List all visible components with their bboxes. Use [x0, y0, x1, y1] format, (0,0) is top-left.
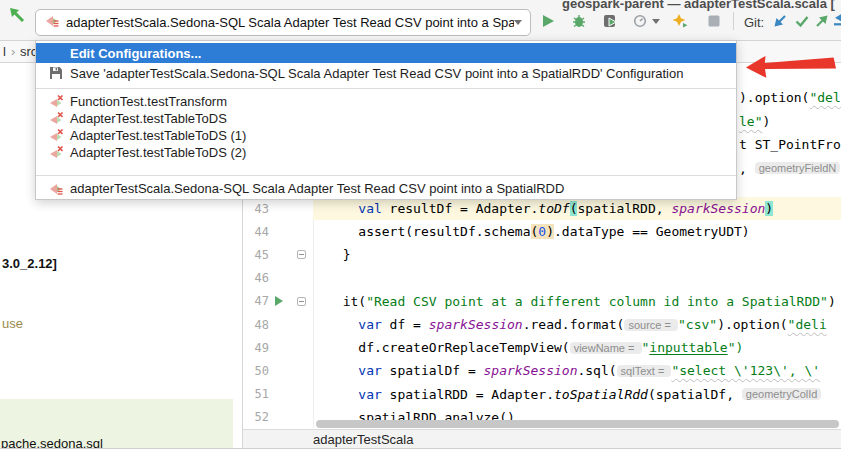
profiler-button[interactable] — [632, 13, 648, 29]
project-tree-selected-row[interactable]: pache.sedona.sql — [0, 399, 233, 449]
git-label: Git: — [744, 15, 764, 30]
code-line[interactable]: 47 it("Read CSV point at a different col… — [243, 290, 841, 313]
line-number: 51 — [243, 387, 269, 401]
code-token: df.createOrReplaceTempView( — [327, 340, 570, 355]
code-token: " — [642, 340, 650, 355]
menu-item-label: AdapterTest.testTableToDS (2) — [70, 145, 246, 160]
window-title: geospark-parent — adapterTestScala.scala… — [562, 0, 835, 11]
code-line[interactable]: 46 — [243, 267, 841, 290]
code-token: ) — [765, 201, 773, 216]
parameter-hint: geometryFieldN — [755, 162, 841, 174]
menu-separator — [36, 175, 736, 176]
save-icon — [48, 65, 64, 81]
annotation-arrow-icon — [746, 51, 837, 84]
code-token — [327, 317, 358, 332]
code-token — [327, 363, 358, 378]
stop-button[interactable] — [706, 13, 722, 29]
failed-test-icon — [48, 111, 64, 127]
code-token: var — [358, 363, 381, 378]
code-fragment: le") — [739, 110, 770, 132]
run-test-gutter-icon[interactable] — [275, 296, 283, 306]
code-token: .read.format( — [523, 317, 625, 332]
code-line[interactable]: 49 df.createOrReplaceTempView(viewName =… — [243, 336, 841, 359]
breadcrumb-adaptertestscala[interactable]: adapterTestScala — [313, 432, 413, 447]
status-bar-divider — [0, 448, 841, 449]
code-token: "Read CSV point at a different column id… — [366, 294, 828, 309]
back-arrow-icon[interactable] — [7, 5, 27, 29]
code-token: ( — [531, 224, 539, 239]
ide-window: geospark-parent — adapterTestScala.scala… — [0, 0, 841, 452]
code-token: .sql( — [577, 363, 616, 378]
run-configuration-select[interactable]: adapterTestScala.Sedona-SQL Scala Adapte… — [35, 9, 531, 36]
code-token — [327, 201, 358, 216]
menu-item-label: Save 'adapterTestScala.Sedona-SQL Scala … — [70, 66, 683, 81]
menu-item[interactable]: Edit Configurations... — [36, 43, 736, 63]
editor-breadcrumbs-bar: adapterTestScala — [243, 429, 841, 448]
profiler-star-button[interactable] — [672, 13, 688, 29]
code-text: it("Read CSV point at a different column… — [313, 290, 841, 313]
code-token: it( — [327, 294, 366, 309]
breadcrumb[interactable]: l — [3, 44, 6, 59]
code-fragment: , geometryFieldN — [739, 157, 840, 179]
line-number: 45 — [243, 248, 269, 262]
project-tree-item-use[interactable]: use — [2, 316, 23, 331]
code-text — [313, 267, 841, 290]
menu-item[interactable]: FunctionTest.testTransform — [36, 93, 736, 110]
code-token — [327, 387, 358, 402]
parameter-hint: geometryColId — [742, 388, 822, 400]
git-commit-button[interactable] — [794, 13, 810, 29]
menu-item[interactable]: Save 'adapterTestScala.Sedona-SQL Scala … — [36, 63, 736, 83]
code-lines: 43 val resultDf = Adapter.toDf(spatialRD… — [243, 197, 841, 429]
code-line[interactable]: 50 var spatialDf = sparkSession.sql(sqlT… — [243, 359, 841, 382]
code-line[interactable]: 45 } — [243, 243, 841, 266]
run-button[interactable] — [540, 13, 556, 29]
code-text: assert(resultDf.schema(0).dataType == Ge… — [313, 220, 841, 243]
project-tree-item-module[interactable]: 3.0_2.12] — [2, 256, 57, 271]
code-token: assert(resultDf.schema — [327, 224, 531, 239]
git-compare-button[interactable] — [833, 13, 841, 29]
menu-item-label: AdapterTest.testTableToDS — [70, 111, 227, 126]
code-line[interactable]: 43 val resultDf = Adapter.toDf(spatialRD… — [243, 197, 841, 220]
code-token: "select \'123\', \' — [671, 363, 820, 378]
git-update-button[interactable] — [772, 13, 788, 29]
code-token: toSpatialRdd — [554, 387, 648, 402]
code-text: df.createOrReplaceTempView(viewName = "i… — [313, 336, 841, 359]
menu-item[interactable]: adapterTestScala.Sedona-SQL Scala Adapte… — [36, 180, 736, 197]
code-token: "deli — [788, 317, 827, 332]
toolbar-separator — [733, 12, 734, 30]
menu-item[interactable]: AdapterTest.testTableToDS — [36, 110, 736, 127]
code-text: } — [313, 243, 841, 266]
code-line[interactable]: 51 var spatialRDD = Adapter.toSpatialRdd… — [243, 383, 841, 406]
line-number: 47 — [243, 294, 269, 308]
menu-item[interactable]: AdapterTest.testTableToDS (1) — [36, 127, 736, 144]
run-with-coverage-button[interactable] — [602, 13, 618, 29]
git-push-button[interactable] — [814, 13, 830, 29]
code-token: (spatialDf, — [648, 387, 742, 402]
fold-icon[interactable] — [297, 297, 306, 306]
code-token: sparkSession — [671, 201, 765, 216]
fold-icon[interactable] — [297, 250, 306, 259]
line-number: 52 — [243, 410, 269, 424]
code-line[interactable]: 48 var df = sparkSession.read.format(sou… — [243, 313, 841, 336]
run-configuration-label: adapterTestScala.Sedona-SQL Scala Adapte… — [66, 15, 514, 30]
parameter-hint: viewName = — [570, 342, 642, 354]
code-token: sparkSession — [429, 317, 523, 332]
debug-button[interactable] — [571, 13, 587, 29]
profiler-caret-icon[interactable] — [652, 19, 660, 24]
code-token: .dataType == GeometryUDT) — [554, 224, 750, 239]
code-token: t ST_PointFro — [739, 137, 841, 152]
code-token: val — [358, 201, 381, 216]
blank-icon — [48, 45, 64, 61]
code-token: ( — [570, 201, 578, 216]
failed-test-icon — [48, 145, 64, 161]
code-token: inputtable — [649, 340, 727, 355]
failed-test-icon — [48, 128, 64, 144]
line-number: 48 — [243, 318, 269, 332]
code-token: resultDf = Adapter. — [382, 201, 539, 216]
menu-item[interactable]: AdapterTest.testTableToDS (2) — [36, 144, 736, 161]
toolbar: geospark-parent — adapterTestScala.scala… — [0, 0, 841, 41]
code-line[interactable]: 44 assert(resultDf.schema(0).dataType ==… — [243, 220, 841, 243]
horizontal-scrollbar[interactable] — [316, 420, 839, 428]
code-token: ) — [762, 114, 770, 129]
line-number: 50 — [243, 364, 269, 378]
